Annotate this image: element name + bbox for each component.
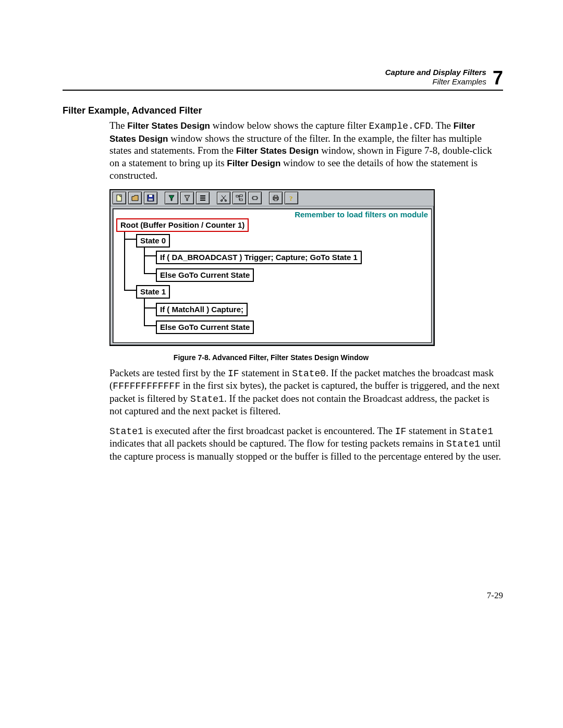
state1-if-label: If ( MatchAll ) Capture; xyxy=(160,305,243,314)
code: Example.CFD xyxy=(369,121,431,131)
code: State1 xyxy=(446,439,480,449)
tree-state1-else[interactable]: Else GoTo Current State xyxy=(156,320,254,334)
ui-term: Filter States Design xyxy=(236,146,319,156)
svg-rect-0 xyxy=(117,195,121,201)
svg-rect-14 xyxy=(274,195,277,197)
svg-rect-9 xyxy=(236,195,238,197)
tree-state-0[interactable]: State 0 xyxy=(136,234,170,248)
section-heading: Filter Example, Advanced Filter xyxy=(63,105,503,116)
state0-label: State 0 xyxy=(140,236,166,245)
svg-rect-2 xyxy=(149,195,152,197)
paragraph-3: State1 is executed after the first broad… xyxy=(109,425,503,463)
tree-state0-if[interactable]: If ( DA_BROADCAST ) Trigger; Capture; Go… xyxy=(156,251,362,264)
help-icon[interactable]: ? xyxy=(285,192,298,204)
chapter-title: Capture and Display Filters xyxy=(385,68,486,77)
ui-term: Filter Design xyxy=(227,158,280,168)
intro-paragraph: The Filter States Design window below sh… xyxy=(109,119,503,182)
figure-caption: Figure 7-8. Advanced Filter, Filter Stat… xyxy=(109,353,433,362)
page-number: 7-29 xyxy=(487,590,503,601)
code: IF xyxy=(228,368,239,379)
save-disk-icon[interactable] xyxy=(144,192,157,204)
tree-icon[interactable] xyxy=(232,192,246,204)
tree-state1-if[interactable]: If ( MatchAll ) Capture; xyxy=(156,303,248,316)
svg-rect-3 xyxy=(149,199,153,201)
figure-wrapper: ? Remember to load filters on module Roo… xyxy=(109,189,503,362)
code: State1 xyxy=(459,426,493,437)
svg-rect-11 xyxy=(240,199,242,201)
code: State1 xyxy=(190,394,224,404)
tree-state-1[interactable]: State 1 xyxy=(136,285,170,299)
state0-if-label: If ( DA_BROADCAST ) Trigger; Capture; Go… xyxy=(160,253,358,262)
state0-else-label: Else GoTo Current State xyxy=(160,270,250,279)
running-header-text: Capture and Display Filters Filter Examp… xyxy=(385,68,486,87)
svg-text:?: ? xyxy=(289,194,293,202)
text: Packets are tested first by the xyxy=(109,367,228,378)
state1-else-label: Else GoTo Current State xyxy=(160,323,250,331)
open-folder-icon[interactable] xyxy=(128,192,142,204)
running-header: Capture and Display Filters Filter Examp… xyxy=(63,68,503,91)
filter-download-icon[interactable] xyxy=(165,192,178,204)
state1-label: State 1 xyxy=(140,287,166,296)
code: FFFFFFFFFFFF xyxy=(113,381,180,391)
filter-states-window: ? Remember to load filters on module Roo… xyxy=(109,189,435,346)
text: indicates that all packets should be cap… xyxy=(109,438,446,449)
root-label: Root (Buffer Position / Counter 1) xyxy=(120,220,244,229)
svg-rect-10 xyxy=(240,195,242,196)
svg-rect-15 xyxy=(274,199,277,201)
cut-icon[interactable] xyxy=(217,192,230,204)
text: window below shows the capture filter xyxy=(210,120,369,131)
filter-tree-pane: Remember to load filters on module Root … xyxy=(113,208,432,343)
text: The xyxy=(109,120,127,131)
section-title: Filter Examples xyxy=(385,77,486,87)
code: State0 xyxy=(292,368,326,379)
tree-root[interactable]: Root (Buffer Position / Counter 1) xyxy=(116,218,249,232)
fit-width-icon[interactable] xyxy=(248,192,262,204)
svg-rect-12 xyxy=(253,196,257,200)
paragraph-2: Packets are tested first by the IF state… xyxy=(109,367,503,417)
chapter-number: 7 xyxy=(493,69,503,88)
text: statement in xyxy=(239,367,292,378)
list-icon[interactable] xyxy=(196,192,210,204)
text: is executed after the first broadcast pa… xyxy=(143,425,395,436)
text: . The xyxy=(431,120,453,131)
tree-state0-else[interactable]: Else GoTo Current State xyxy=(156,268,254,282)
filter-upload-icon[interactable] xyxy=(180,192,194,204)
print-icon[interactable] xyxy=(269,192,283,204)
toolbar: ? xyxy=(111,190,434,206)
code: State1 xyxy=(109,426,143,437)
new-file-icon[interactable] xyxy=(113,192,126,204)
code: IF xyxy=(395,426,407,437)
ui-term: Filter States Design xyxy=(127,121,210,131)
text: statement in xyxy=(406,425,459,436)
